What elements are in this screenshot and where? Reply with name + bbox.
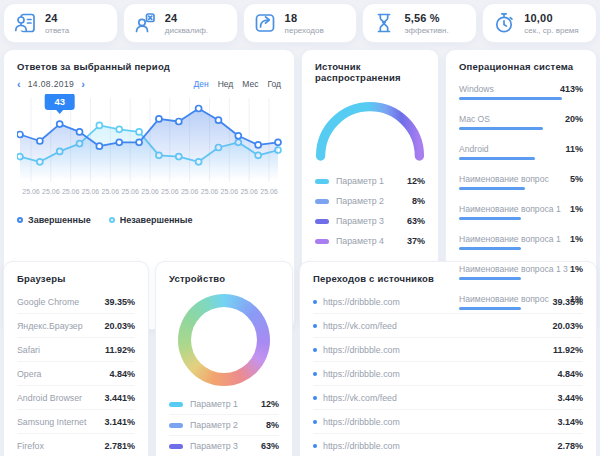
row-value: 3.44% xyxy=(557,393,583,403)
os-progress-bar xyxy=(459,277,521,280)
range-tabs: ДенНедМесГод xyxy=(193,79,281,89)
row-label[interactable]: https://dribbble.com xyxy=(323,369,551,379)
row-label[interactable]: https://vk.com/feed xyxy=(323,321,546,331)
legend-label: Параметр 1 xyxy=(190,399,238,409)
os-label: Android xyxy=(459,144,583,154)
chart-legend: ЗавершенныеНезавершенные xyxy=(17,215,281,225)
stat-card-переходов: 18переходов xyxy=(243,3,358,43)
browsers-title: Браузеры xyxy=(17,273,135,284)
list-row: Opera4.84% xyxy=(17,362,135,386)
stat-value: 24 xyxy=(165,12,208,24)
os-value: 20% xyxy=(565,114,583,124)
svg-text:25.06: 25.06 xyxy=(121,188,139,195)
legend-value: 63% xyxy=(261,441,279,451)
legend-item-незавершенные[interactable]: Незавершенные xyxy=(109,215,193,225)
svg-text:25.06: 25.06 xyxy=(181,188,199,195)
device-donut-chart xyxy=(178,294,270,386)
list-row: https://dribbble.com2.78% xyxy=(313,434,583,456)
os-value: 1% xyxy=(570,264,583,274)
bullet-icon xyxy=(313,324,317,328)
svg-text:25.06: 25.06 xyxy=(221,188,239,195)
os-value: 1% xyxy=(570,294,583,304)
legend-label: Завершенные xyxy=(28,215,91,225)
dashboard-page: 24ответа 24дисквалиф. 18переходов 5,56 %… xyxy=(0,0,600,456)
os-row: Наименование вопрос1% xyxy=(459,288,583,318)
distribution-source-title: Источник распространения xyxy=(315,61,425,83)
operating-system-card: Операционная система Windows413%Mac OS20… xyxy=(445,49,597,330)
prev-date-button[interactable]: ‹ xyxy=(17,80,21,88)
legend-swatch-icon xyxy=(315,179,329,184)
svg-text:25.06: 25.06 xyxy=(260,188,278,195)
row-value: 11.92% xyxy=(553,345,583,355)
row-label[interactable]: https://vk.com/feed xyxy=(323,393,551,403)
row-value: 2.78% xyxy=(557,441,583,451)
os-label: Наименование вопроса 1 3 xyxy=(459,264,583,274)
row-label[interactable]: https://dribbble.com xyxy=(323,441,551,451)
bullet-icon xyxy=(313,348,317,352)
transitions-icon xyxy=(253,11,277,35)
svg-text:25.06: 25.06 xyxy=(161,188,179,195)
bullet-icon xyxy=(313,396,317,400)
stat-label: сек., ср. время xyxy=(524,26,579,35)
legend-value: 37% xyxy=(407,236,425,246)
os-value: 5% xyxy=(570,174,583,184)
row-label[interactable]: https://dribbble.com xyxy=(323,417,551,427)
svg-text:25.06: 25.06 xyxy=(141,188,159,195)
stat-value: 24 xyxy=(45,12,69,24)
stat-value: 5,56 % xyxy=(404,12,448,24)
svg-text:43: 43 xyxy=(54,96,65,107)
legend-value: 8% xyxy=(412,196,425,206)
row-value: 3.441% xyxy=(104,393,135,403)
tab-нед[interactable]: Нед xyxy=(218,79,234,89)
next-date-button[interactable]: › xyxy=(81,80,85,88)
legend-value: 12% xyxy=(407,176,425,186)
tab-мес[interactable]: Мес xyxy=(242,79,258,89)
row-value: 20.03% xyxy=(104,321,135,331)
list-row: Google Chrome39.35% xyxy=(17,290,135,314)
bullet-icon xyxy=(313,420,317,424)
stat-label: ответа xyxy=(45,26,69,35)
row-label: Android Browser xyxy=(17,393,98,403)
os-label: Наименование вопроса 1 xyxy=(459,234,583,244)
gauge-wrap xyxy=(315,97,425,161)
legend-row: Параметр 112% xyxy=(169,394,279,415)
svg-text:25.06: 25.06 xyxy=(62,188,80,195)
legend-label: Параметр 1 xyxy=(336,176,384,186)
row-label: Opera xyxy=(17,369,103,379)
stat-card-сек-ср-время: 10,00сек., ср. время xyxy=(482,3,597,43)
legend-swatch-icon xyxy=(169,444,183,449)
list-row: Android Browser3.441% xyxy=(17,386,135,410)
svg-text:25.06: 25.06 xyxy=(82,188,100,195)
legend-row: Параметр 112% xyxy=(315,171,425,191)
device-legend: Параметр 112%Параметр 28%Параметр 363%Па… xyxy=(169,394,279,456)
browsers-card: Браузеры Google Chrome39.35%Яндекс.Брауз… xyxy=(3,261,149,456)
answers-line-chart[interactable]: 25.0625.0625.0625.0625.0625.0625.0625.06… xyxy=(17,94,283,212)
os-progress-bar xyxy=(459,127,543,130)
legend-row: Параметр 437% xyxy=(315,231,425,251)
source-legend: Параметр 112%Параметр 28%Параметр 363%Па… xyxy=(315,171,425,251)
list-row: https://dribbble.com3.14% xyxy=(313,410,583,434)
tab-год[interactable]: Год xyxy=(267,79,281,89)
legend-item-завершенные[interactable]: Завершенные xyxy=(17,215,91,225)
os-progress-bar xyxy=(459,217,521,220)
os-progress-bar xyxy=(459,247,521,250)
row-label: Яндекс.Браузер xyxy=(17,321,98,331)
os-progress-bar xyxy=(459,307,521,310)
stat-label: дисквалиф. xyxy=(165,26,208,35)
os-row: Mac OS20% xyxy=(459,108,583,138)
tab-ден[interactable]: Ден xyxy=(193,79,208,89)
legend-row: Параметр 28% xyxy=(315,191,425,211)
list-row: https://dribbble.com11.92% xyxy=(313,338,583,362)
row-value: 20.03% xyxy=(552,321,583,331)
row-label[interactable]: https://dribbble.com xyxy=(323,345,547,355)
os-value: 413% xyxy=(560,84,583,94)
row-value: 4.84% xyxy=(557,369,583,379)
row-value: 11.92% xyxy=(105,345,135,355)
disqualified-icon xyxy=(133,11,157,35)
svg-text:25.06: 25.06 xyxy=(240,188,258,195)
os-row: Наименование вопроса 11% xyxy=(459,228,583,258)
legend-swatch-icon xyxy=(315,219,329,224)
device-title: Устройство xyxy=(169,273,279,284)
legend-row: Параметр 28% xyxy=(169,415,279,436)
bullet-icon xyxy=(313,372,317,376)
